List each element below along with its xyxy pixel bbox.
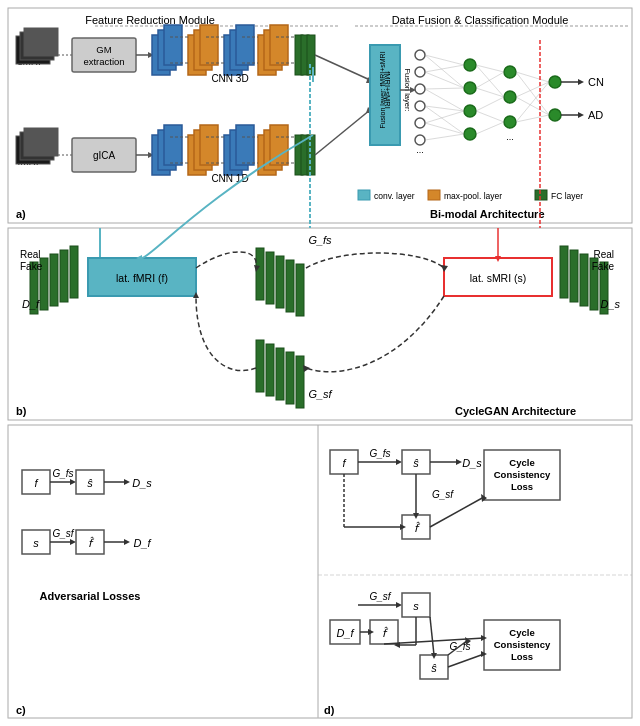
svg-rect-146 <box>296 264 304 316</box>
real-label-left: Real <box>20 249 41 260</box>
svg-text:conv. layer: conv. layer <box>374 191 415 201</box>
svg-text:d): d) <box>324 704 335 716</box>
ad-label: AD <box>588 109 603 121</box>
svg-point-87 <box>504 66 516 78</box>
svg-text:a): a) <box>16 208 26 220</box>
svg-text:...: ... <box>416 145 424 155</box>
svg-text:Cycle: Cycle <box>509 457 534 468</box>
svg-rect-145 <box>286 260 294 312</box>
main-container: a) Bi-modal Architecture Feature Reducti… <box>0 0 640 726</box>
svg-point-79 <box>415 101 425 111</box>
svg-text:G_sf: G_sf <box>369 591 391 602</box>
svg-text:ŝ: ŝ <box>431 662 437 674</box>
svg-text:G_fs: G_fs <box>52 468 73 479</box>
svg-rect-33 <box>270 25 288 65</box>
svg-rect-149 <box>276 348 284 400</box>
svg-point-86 <box>464 128 476 140</box>
svg-point-83 <box>464 59 476 71</box>
svg-point-77 <box>415 67 425 77</box>
svg-text:D_s: D_s <box>132 477 152 489</box>
svg-point-91 <box>549 76 561 88</box>
svg-rect-123 <box>358 190 370 200</box>
diagram-svg: a) Bi-modal Architecture Feature Reducti… <box>0 0 640 726</box>
svg-rect-10 <box>24 128 58 156</box>
svg-point-81 <box>415 135 425 145</box>
svg-text:FC layer: FC layer <box>551 191 583 201</box>
svg-rect-147 <box>256 340 264 392</box>
svg-point-88 <box>504 91 516 103</box>
svg-point-92 <box>549 109 561 121</box>
svg-rect-30 <box>236 25 254 65</box>
svg-text:Fusion layer: fMRI+sMRI: Fusion layer: fMRI+sMRI <box>379 51 387 128</box>
svg-rect-139 <box>60 250 68 302</box>
svg-text:G_fs: G_fs <box>369 448 390 459</box>
svg-text:max-pool. layer: max-pool. layer <box>444 191 502 201</box>
svg-rect-47 <box>164 125 182 165</box>
svg-text:GM: GM <box>96 44 111 55</box>
svg-rect-125 <box>428 190 440 200</box>
data-fusion-label: Data Fusion & Classification Module <box>392 14 569 26</box>
svg-rect-24 <box>164 25 182 65</box>
cnn3d-label: CNN 3D <box>211 73 248 84</box>
cn-label: CN <box>588 76 604 88</box>
lat-smri-box: lat. sMRI (s) <box>470 272 527 284</box>
lat-fmri-box: lat. fMRI (f) <box>116 272 168 284</box>
svg-point-84 <box>464 82 476 94</box>
svg-rect-151 <box>296 356 304 408</box>
svg-text:extraction: extraction <box>83 56 124 67</box>
df-label: D_f <box>22 298 40 310</box>
svg-text:Consistency: Consistency <box>494 469 551 480</box>
adversarial-losses-label: Adversarial Losses <box>40 590 141 602</box>
svg-text:Consistency: Consistency <box>494 639 551 650</box>
svg-text:Loss: Loss <box>511 481 533 492</box>
svg-rect-142 <box>256 248 264 300</box>
svg-text:Bi-modal Architecture: Bi-modal Architecture <box>430 208 545 220</box>
svg-point-89 <box>504 116 516 128</box>
svg-text:D_f: D_f <box>133 537 151 549</box>
svg-rect-153 <box>560 246 568 298</box>
svg-rect-148 <box>266 344 274 396</box>
real-label-right: Real <box>593 249 614 260</box>
gsf-label: G_sf <box>308 388 332 400</box>
svg-rect-53 <box>236 125 254 165</box>
svg-point-85 <box>464 105 476 117</box>
svg-rect-144 <box>276 256 284 308</box>
svg-point-78 <box>415 84 425 94</box>
svg-point-80 <box>415 118 425 128</box>
svg-text:c): c) <box>16 704 26 716</box>
ds-label: D_s <box>600 298 620 310</box>
svg-text:ŝ: ŝ <box>413 457 419 469</box>
svg-text:Loss: Loss <box>511 651 533 662</box>
svg-text:b): b) <box>16 405 27 417</box>
svg-text:G_sf: G_sf <box>52 528 74 539</box>
svg-text:CycleGAN Architecture: CycleGAN Architecture <box>455 405 576 417</box>
svg-rect-50 <box>200 125 218 165</box>
svg-rect-27 <box>200 25 218 65</box>
svg-text:D_s: D_s <box>462 457 482 469</box>
svg-text:D_f: D_f <box>336 627 354 639</box>
svg-rect-127 <box>535 190 547 200</box>
svg-rect-138 <box>50 254 58 306</box>
svg-text:G_sf: G_sf <box>432 489 454 500</box>
svg-text:ŝ: ŝ <box>87 477 93 489</box>
gfs-label: G_fs <box>308 234 332 246</box>
svg-text:gICA: gICA <box>93 150 116 161</box>
svg-rect-150 <box>286 352 294 404</box>
svg-text:s: s <box>33 537 39 549</box>
svg-point-76 <box>415 50 425 60</box>
feature-reduction-label: Feature Reduction Module <box>85 14 215 26</box>
svg-text:Cycle: Cycle <box>509 627 534 638</box>
svg-rect-155 <box>580 254 588 306</box>
fake-label-right: Fake <box>592 261 615 272</box>
fake-label-left: Fake <box>20 261 43 272</box>
svg-rect-154 <box>570 250 578 302</box>
svg-rect-143 <box>266 252 274 304</box>
svg-rect-140 <box>70 246 78 298</box>
svg-text:...: ... <box>506 132 514 142</box>
svg-rect-7 <box>24 28 58 56</box>
svg-text:s: s <box>413 600 419 612</box>
